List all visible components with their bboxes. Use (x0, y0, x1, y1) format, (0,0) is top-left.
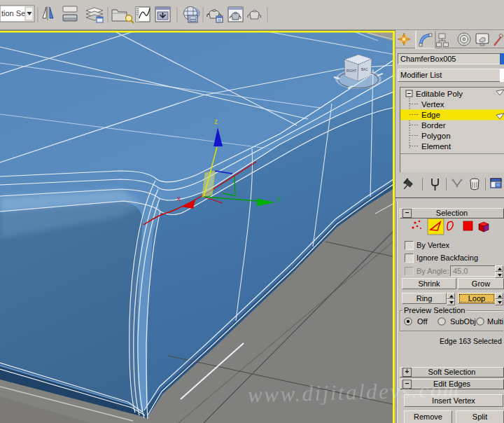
svg-text:x: x (177, 195, 181, 202)
svg-text:Edge: Edge (421, 111, 440, 119)
svg-text:RIGHT: RIGHT (346, 69, 356, 73)
svg-text:Border: Border (421, 121, 446, 130)
svg-text:y: y (277, 195, 281, 202)
svg-text:BAC: BAC (361, 68, 368, 71)
svg-text:Polygon: Polygon (421, 132, 451, 140)
svg-text:tion Se: tion Se (1, 9, 25, 18)
svg-text:z: z (214, 118, 218, 125)
svg-text:Vertex: Vertex (421, 100, 444, 109)
svg-text:Editable Poly: Editable Poly (416, 90, 463, 98)
svg-text:Element: Element (421, 142, 451, 151)
